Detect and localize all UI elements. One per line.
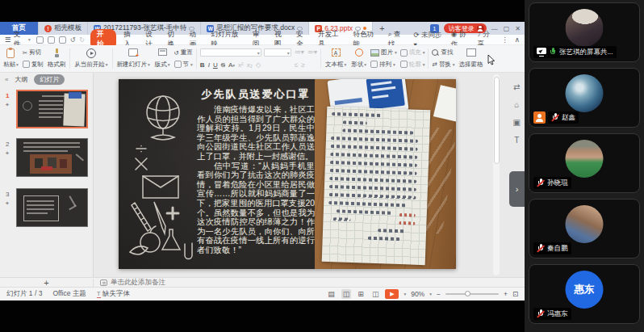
current-slide[interactable]: 少先队员送爱心口罩 淮南疫情爆发以来，社区工作人员的担当得到了广大群众的理解和支… <box>119 79 456 269</box>
format-painter-button[interactable]: 格式刷 <box>47 47 67 70</box>
avatar <box>566 205 604 243</box>
strikethrough-button[interactable]: S <box>221 61 225 69</box>
replace-button[interactable]: ⇄替换▾ <box>432 61 454 69</box>
zoom-level[interactable]: 90% <box>411 290 424 298</box>
design-pane-icon[interactable]: ⌂ <box>513 100 521 109</box>
decrease-indent-button[interactable]: ≤ <box>295 61 298 69</box>
cut-button[interactable]: ✂剪切 <box>23 48 44 57</box>
ribbon-toolbar: 粘贴▾ ✂剪切 复制 格式刷 从当前开始▾ 新建幻灯片▾ 版式▾ <box>0 45 525 73</box>
zoom-in-button[interactable]: + <box>504 290 508 298</box>
letter-photo[interactable] <box>315 79 456 269</box>
shapes-icon <box>355 48 363 57</box>
text-pane-icon[interactable]: T <box>513 136 521 145</box>
superscript-button[interactable]: x² <box>238 61 244 69</box>
zoom-slider[interactable] <box>445 293 499 295</box>
slide-thumbnail-2[interactable] <box>16 138 88 177</box>
participant-tile[interactable]: 秦自鹏 <box>529 199 640 258</box>
notes-input[interactable]: 单击此处添加备注 <box>94 278 165 288</box>
notes-view-icon[interactable]: ▤ <box>326 289 337 299</box>
play-from-current-button[interactable]: 从当前开始▾ <box>73 47 108 70</box>
collapse-ribbon-icon[interactable]: ∧ <box>515 36 520 44</box>
arrange-button[interactable]: 排列▾ <box>370 61 397 69</box>
tab-templates-label: 稻壳模板 <box>54 23 82 33</box>
numbered-list-button[interactable]: ≕▾ <box>307 48 317 56</box>
slide-title[interactable]: 少先队员送爱心口罩 <box>197 87 315 102</box>
outline-button[interactable]: 轮廓▾ <box>400 61 425 69</box>
slide-canvas[interactable]: 少先队员送爱心口罩 淮南疫情爆发以来，社区工作人员的担当得到了广大群众的理解和支… <box>94 73 491 277</box>
bold-button[interactable]: B <box>200 61 205 69</box>
missing-fonts-warning[interactable]: T 缺失字体 <box>97 289 130 299</box>
animation-star-icon[interactable]: ✦ <box>5 200 10 207</box>
new-slide-button[interactable]: 新建幻灯片▾ <box>116 47 151 70</box>
sync-status-label: 未同步 <box>421 31 442 39</box>
participant-tile[interactable]: 孙晓琨 <box>529 133 640 193</box>
increase-indent-button[interactable]: ≥ <box>301 61 304 69</box>
zoom-slider-thumb[interactable] <box>465 291 470 296</box>
scissors-icon: ✂ <box>23 49 27 57</box>
tab-templates[interactable]: ! 稻壳模板 <box>39 22 88 35</box>
slide-thumbnail-1[interactable] <box>16 90 88 128</box>
zoom-out-button[interactable]: − <box>437 290 441 298</box>
subscript-button[interactable]: x₂ <box>247 61 253 69</box>
paste-button[interactable]: 粘贴▾ <box>2 47 19 70</box>
play-options-caret[interactable]: ▾ <box>404 292 406 296</box>
slide-thumbnail-3[interactable] <box>16 188 88 227</box>
animation-star-icon[interactable]: ✦ <box>5 150 10 157</box>
reset-icon: ↺ <box>174 49 179 57</box>
find-label: 查找 <box>441 48 453 57</box>
collapse-panel-icon[interactable]: « <box>5 76 8 83</box>
more-options-icon[interactable]: ⋮ <box>501 36 508 44</box>
participant-tile[interactable]: 惠东 冯惠东 <box>529 264 640 324</box>
slide-sorter-icon[interactable]: ⊞ <box>356 289 366 299</box>
avatar <box>566 9 604 47</box>
notes-placeholder: 单击此处添加备注 <box>111 278 165 288</box>
save-icon[interactable] <box>36 36 44 44</box>
participant-tile[interactable]: 赵鑫 <box>529 68 640 128</box>
animation-star-icon[interactable]: ✦ <box>5 102 10 108</box>
normal-view-icon[interactable]: ◫ <box>341 289 352 299</box>
white-card-image <box>433 85 456 122</box>
slide-body-text[interactable]: 淮南疫情爆发以来，社区工作人员的担当得到了广大群众的理解和支持。1月29日，民生… <box>197 105 315 255</box>
text-box-button[interactable]: A 文本框▾ <box>324 47 347 70</box>
vertical-scrollbar[interactable] <box>493 74 500 275</box>
participant-tile[interactable]: 张艺琪的屏幕共... <box>529 2 640 62</box>
tab-outline[interactable]: 大纲 <box>15 75 27 84</box>
undo-icon[interactable]: ↺ <box>70 36 76 44</box>
selection-pane-button[interactable]: 选择窗格 <box>458 47 484 70</box>
reading-view-icon[interactable]: ◫ <box>370 289 381 299</box>
clear-format-button[interactable]: ◇ <box>256 61 261 69</box>
layout-icon <box>158 48 167 56</box>
fill-label: 填充 <box>409 48 421 57</box>
italic-button[interactable]: I <box>208 61 210 69</box>
animation-pane-icon[interactable]: ⇄ <box>513 82 521 91</box>
zoom-caret[interactable]: ▾ <box>429 292 432 296</box>
shapes-button[interactable]: 形状▾ <box>350 47 367 70</box>
font-color-button[interactable]: A▾ <box>228 61 235 69</box>
objects-pane-icon[interactable]: ▣ <box>513 118 521 127</box>
slide-3-number: 3 <box>6 191 9 198</box>
fit-to-window-icon[interactable]: ⊡ <box>512 290 518 298</box>
expand-sidebar-button[interactable]: › <box>509 171 525 207</box>
find-button[interactable]: 查找 <box>432 48 454 57</box>
section-button[interactable]: 节▾ <box>174 61 193 69</box>
font-size-dropdown[interactable] <box>264 48 291 57</box>
underline-button[interactable]: U <box>213 61 218 69</box>
print-preview-icon[interactable] <box>59 36 66 44</box>
copy-button[interactable]: 复制 <box>23 61 44 69</box>
redo-icon[interactable]: ↻ <box>79 36 85 44</box>
reset-button[interactable]: ↺重置 <box>174 48 193 57</box>
tab-slides[interactable]: 幻灯片 <box>34 74 65 85</box>
picture-button[interactable]: 图片▾ <box>370 48 397 57</box>
workspace: « 大纲 幻灯片 1 ✦ 2 ✦ <box>0 73 525 277</box>
theme-name[interactable]: Office 主题 <box>52 289 86 299</box>
bullet-list-button[interactable]: ≔▾ <box>295 48 304 56</box>
add-slide-button[interactable]: + <box>0 279 94 287</box>
participant-name: 冯惠东 <box>547 309 568 319</box>
mouse-cursor <box>487 55 496 65</box>
scrollbar-thumb[interactable] <box>494 77 500 164</box>
slideshow-play-button[interactable]: ▶ <box>385 289 399 299</box>
print-icon[interactable] <box>48 36 55 44</box>
layout-button[interactable]: 版式▾ <box>154 47 171 70</box>
font-family-dropdown[interactable] <box>200 48 261 57</box>
fill-button[interactable]: 填充▾ <box>400 48 425 57</box>
